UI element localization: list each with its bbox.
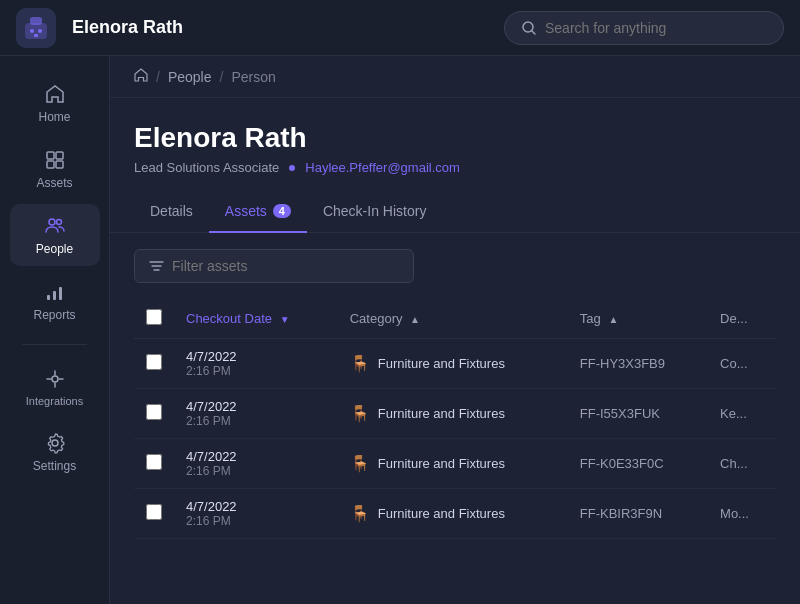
breadcrumb-link-people[interactable]: People xyxy=(168,69,212,85)
row-detail-cell-0: Co... xyxy=(708,339,776,389)
sidebar-item-home-label: Home xyxy=(38,110,70,124)
col-category-label: Category xyxy=(350,311,403,326)
select-all-col xyxy=(134,299,174,339)
row-checkbox-2[interactable] xyxy=(146,454,162,470)
row-category-2: 🪑 Furniture and Fixtures xyxy=(350,454,556,473)
row-tag-cell-1: FF-I55X3FUK xyxy=(568,389,708,439)
col-tag-label: Tag xyxy=(580,311,601,326)
row-tag-cell-2: FF-K0E33F0C xyxy=(568,439,708,489)
row-category-cell-3: 🪑 Furniture and Fixtures xyxy=(338,489,568,539)
category-name-2: Furniture and Fixtures xyxy=(378,456,505,471)
sidebar-item-home[interactable]: Home xyxy=(10,72,100,134)
row-date-3: 4/7/2022 xyxy=(186,499,326,514)
row-checkbox-1[interactable] xyxy=(146,404,162,420)
profile-name: Elenora Rath xyxy=(134,122,776,154)
row-tag-2: FF-K0E33F0C xyxy=(580,456,664,471)
tab-checkin-history[interactable]: Check-In History xyxy=(307,191,442,233)
sidebar-item-integrations[interactable]: Integrations xyxy=(10,357,100,417)
svg-rect-7 xyxy=(56,152,63,159)
svg-point-15 xyxy=(52,376,58,382)
row-category-3: 🪑 Furniture and Fixtures xyxy=(350,504,556,523)
content-area: / People / Person Elenora Rath Lead Solu… xyxy=(110,56,800,604)
tab-assets-label: Assets xyxy=(225,203,267,219)
category-icon-0: 🪑 xyxy=(350,354,370,373)
row-select-cell xyxy=(134,489,174,539)
row-date-0: 4/7/2022 xyxy=(186,349,326,364)
profile-email[interactable]: Haylee.Pfeffer@gmail.com xyxy=(305,160,460,175)
row-date-cell-2: 4/7/2022 2:16 PM xyxy=(174,439,338,489)
row-date-2: 4/7/2022 xyxy=(186,449,326,464)
row-checkbox-0[interactable] xyxy=(146,354,162,370)
sidebar-item-reports-label: Reports xyxy=(33,308,75,322)
table-area: Checkout Date ▼ Category ▲ Tag ▲ De... xyxy=(110,233,800,604)
tab-assets-badge: 4 xyxy=(273,204,291,218)
topbar: Elenora Rath xyxy=(0,0,800,56)
row-detail-cell-2: Ch... xyxy=(708,439,776,489)
sidebar-item-settings-label: Settings xyxy=(33,459,76,473)
row-date-cell-1: 4/7/2022 2:16 PM xyxy=(174,389,338,439)
table-row: 4/7/2022 2:16 PM 🪑 Furniture and Fixture… xyxy=(134,389,776,439)
row-tag-0: FF-HY3X3FB9 xyxy=(580,356,665,371)
category-icon-3: 🪑 xyxy=(350,504,370,523)
sidebar-item-assets[interactable]: Assets xyxy=(10,138,100,200)
tab-assets[interactable]: Assets 4 xyxy=(209,191,307,233)
svg-point-10 xyxy=(49,219,55,225)
tab-details[interactable]: Details xyxy=(134,191,209,233)
people-icon xyxy=(43,214,67,238)
table-header-row: Checkout Date ▼ Category ▲ Tag ▲ De... xyxy=(134,299,776,339)
row-tag-cell-3: FF-KBIR3F9N xyxy=(568,489,708,539)
breadcrumb: / People / Person xyxy=(110,56,800,98)
svg-rect-12 xyxy=(47,295,50,300)
profile-dot xyxy=(289,165,295,171)
assets-table: Checkout Date ▼ Category ▲ Tag ▲ De... xyxy=(134,299,776,539)
sort-checkout-date: ▼ xyxy=(280,314,290,325)
sidebar: Home Assets xyxy=(0,56,110,604)
table-row: 4/7/2022 2:16 PM 🪑 Furniture and Fixture… xyxy=(134,439,776,489)
col-tag[interactable]: Tag ▲ xyxy=(568,299,708,339)
col-detail-label: De... xyxy=(720,311,747,326)
sidebar-item-settings[interactable]: Settings xyxy=(10,421,100,483)
col-checkout-date[interactable]: Checkout Date ▼ xyxy=(174,299,338,339)
search-bar[interactable] xyxy=(504,11,784,45)
sidebar-item-reports[interactable]: Reports xyxy=(10,270,100,332)
tab-details-label: Details xyxy=(150,203,193,219)
svg-point-11 xyxy=(56,220,61,225)
row-detail-0: Co... xyxy=(720,356,747,371)
row-tag-cell-0: FF-HY3X3FB9 xyxy=(568,339,708,389)
topbar-title: Elenora Rath xyxy=(72,17,504,38)
table-row: 4/7/2022 2:16 PM 🪑 Furniture and Fixture… xyxy=(134,339,776,389)
tabs: Details Assets 4 Check-In History xyxy=(110,191,800,233)
search-icon xyxy=(521,20,537,36)
row-select-cell xyxy=(134,439,174,489)
row-category-cell-0: 🪑 Furniture and Fixtures xyxy=(338,339,568,389)
svg-rect-1 xyxy=(30,17,42,25)
integrations-icon xyxy=(43,367,67,391)
breadcrumb-home-icon[interactable] xyxy=(134,68,148,85)
select-all-checkbox[interactable] xyxy=(146,309,162,325)
row-category-1: 🪑 Furniture and Fixtures xyxy=(350,404,556,423)
row-date-cell-0: 4/7/2022 2:16 PM xyxy=(174,339,338,389)
row-category-cell-1: 🪑 Furniture and Fixtures xyxy=(338,389,568,439)
row-checkbox-3[interactable] xyxy=(146,504,162,520)
search-input[interactable] xyxy=(545,20,767,36)
row-detail-3: Mo... xyxy=(720,506,749,521)
row-detail-2: Ch... xyxy=(720,456,747,471)
row-select-cell xyxy=(134,389,174,439)
category-icon-1: 🪑 xyxy=(350,404,370,423)
row-detail-1: Ke... xyxy=(720,406,747,421)
svg-rect-4 xyxy=(34,34,38,37)
filter-input[interactable] xyxy=(172,258,399,274)
sidebar-item-assets-label: Assets xyxy=(36,176,72,190)
filter-bar[interactable] xyxy=(134,249,414,283)
row-tag-3: FF-KBIR3F9N xyxy=(580,506,662,521)
sidebar-item-people-label: People xyxy=(36,242,73,256)
row-time-3: 2:16 PM xyxy=(186,514,326,528)
svg-point-3 xyxy=(38,29,42,33)
sidebar-item-people[interactable]: People xyxy=(10,204,100,266)
row-date-1: 4/7/2022 xyxy=(186,399,326,414)
profile-header: Elenora Rath Lead Solutions Associate Ha… xyxy=(110,98,800,191)
col-category[interactable]: Category ▲ xyxy=(338,299,568,339)
row-time-0: 2:16 PM xyxy=(186,364,326,378)
row-tag-1: FF-I55X3FUK xyxy=(580,406,660,421)
category-icon-2: 🪑 xyxy=(350,454,370,473)
